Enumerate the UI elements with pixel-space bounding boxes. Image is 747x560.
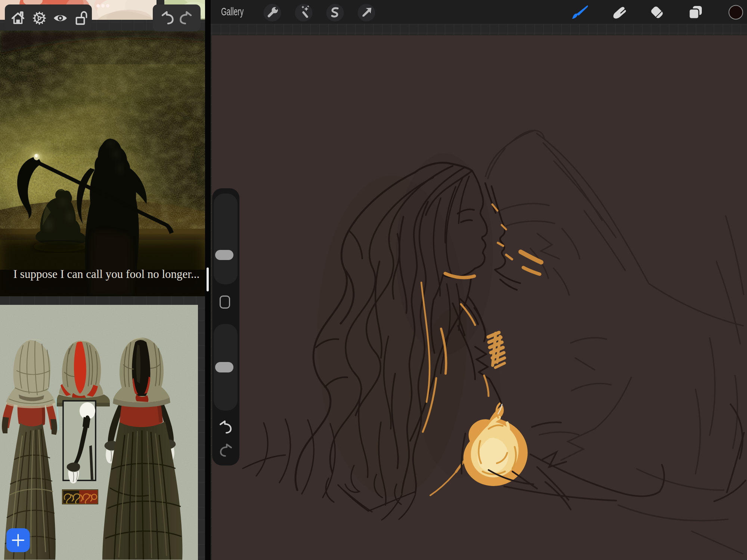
svg-text:I suppose I can call you fool: I suppose I can call you fool no longer.… bbox=[13, 267, 199, 281]
